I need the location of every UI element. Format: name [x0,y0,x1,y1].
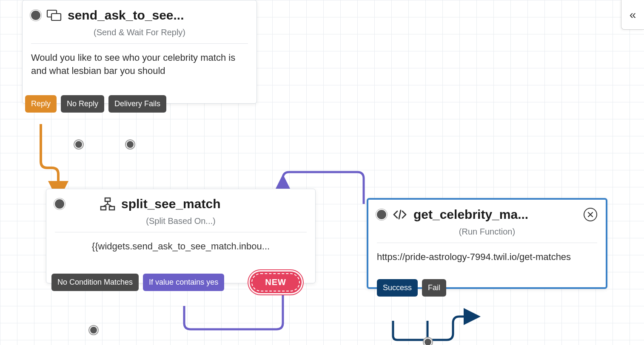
input-port-icon[interactable] [55,199,64,209]
svg-rect-2 [105,198,110,201]
widget-title: get_celebrity_ma... [413,207,573,222]
widget-header: get_celebrity_ma... [368,200,606,225]
transitions-row: No Condition Matches If value contains y… [51,271,302,293]
output-port-icon[interactable] [89,326,98,334]
code-icon [392,208,407,221]
transition-no-condition[interactable]: No Condition Matches [51,274,139,291]
widget-send-ask-to-see[interactable]: send_ask_to_see... (Send & Wait For Repl… [22,0,257,104]
output-port-icon[interactable] [126,140,134,149]
transition-new-button[interactable]: NEW [250,271,302,293]
widget-subtitle: (Split Based On...) [46,215,315,232]
widget-title: split_see_match [121,197,307,211]
transitions-row: Success Fail [377,279,446,297]
output-port-icon[interactable] [424,338,432,345]
widget-subtitle: (Run Function) [368,225,606,243]
widget-header: send_ask_to_see... [23,0,256,26]
input-port-icon[interactable] [377,210,386,219]
svg-rect-3 [101,206,106,210]
widget-header: split_see_match [46,189,315,215]
transition-no-reply[interactable]: No Reply [61,95,104,113]
transition-success[interactable]: Success [377,279,418,297]
widget-body: Would you like to see who your celebrity… [23,44,256,103]
close-icon[interactable] [584,208,597,221]
transition-if-value-contains[interactable]: If value contains yes [143,274,224,291]
output-port-icon[interactable] [74,140,83,149]
input-port-icon[interactable] [31,11,40,20]
widget-title: send_ask_to_see... [68,8,248,23]
split-icon [100,197,115,211]
chat-icon [46,8,62,22]
transition-fail[interactable]: Fail [422,279,446,297]
chevron-left-double-icon: « [630,8,636,22]
svg-rect-4 [109,206,114,210]
transition-delivery-fails[interactable]: Delivery Fails [108,95,166,113]
svg-rect-1 [51,14,61,20]
widget-get-celebrity-match[interactable]: get_celebrity_ma... (Run Function) https… [367,198,607,289]
collapse-panel-button[interactable]: « [621,0,644,30]
widget-subtitle: (Send & Wait For Reply) [23,26,256,43]
transition-reply[interactable]: Reply [25,95,57,113]
transitions-row: Reply No Reply Delivery Fails [25,95,166,113]
widget-split-see-match[interactable]: split_see_match (Split Based On...) {{wi… [46,189,316,283]
